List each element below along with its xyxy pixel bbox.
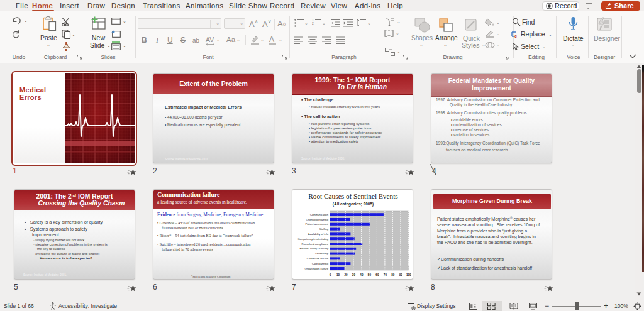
svg-text:Leadership: Leadership: [315, 252, 328, 255]
svg-text:2: 2: [312, 21, 314, 25]
svg-text:Procedural compliance: Procedural compliance: [301, 243, 328, 246]
svg-text:Care planning: Care planning: [312, 262, 329, 265]
svg-text:10: 10: [336, 273, 340, 276]
svg-text:Communication: Communication: [310, 213, 329, 216]
svg-text:40: 40: [360, 273, 364, 276]
svg-text:Competency/credentialing: Competency/credentialing: [298, 237, 329, 241]
svg-text:Organization culture: Organization culture: [305, 267, 329, 270]
svg-text:60: 60: [375, 273, 379, 276]
svg-text:Staffing: Staffing: [319, 227, 329, 231]
svg-text:Availability of info: Availability of info: [308, 232, 329, 236]
svg-text:Orientation/training: Orientation/training: [306, 218, 329, 221]
svg-text:Patient assessment: Patient assessment: [305, 222, 328, 226]
svg-text:Continuum of care: Continuum of care: [307, 257, 329, 260]
svg-text:c: c: [514, 34, 517, 38]
svg-text:Environ. safety / security: Environ. safety / security: [299, 247, 329, 250]
svg-text:80: 80: [391, 273, 395, 276]
svg-text:90: 90: [399, 273, 403, 276]
svg-text:50: 50: [368, 273, 372, 276]
svg-text:100: 100: [406, 273, 411, 276]
svg-text:30: 30: [352, 273, 356, 276]
svg-text:70: 70: [384, 273, 387, 276]
svg-text:20: 20: [344, 273, 348, 276]
svg-text:0: 0: [330, 273, 331, 276]
